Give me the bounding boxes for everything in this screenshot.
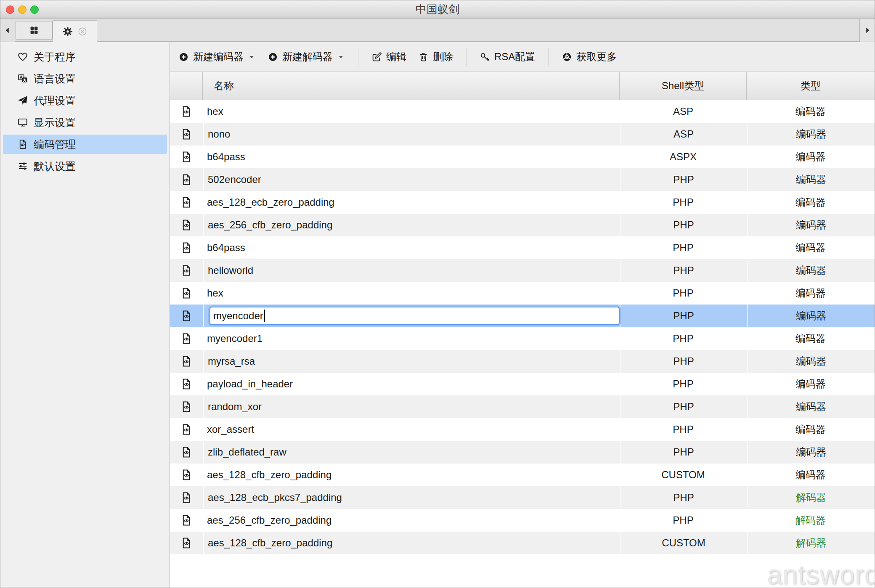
toolbar-separator [358, 48, 358, 66]
table-row-zlib_deflated_raw[interactable]: zlib_deflated_rawPHP编码器 [170, 441, 875, 464]
file-code-icon [180, 513, 193, 527]
row-name: myencoder1 [207, 333, 262, 344]
file-code-icon [180, 468, 193, 482]
rsa-config-button[interactable]: RSA配置 [480, 50, 535, 64]
row-name-cell: aes_256_cfb_zero_padding [203, 214, 620, 236]
table-row-b64pass[interactable]: b64passASPX编码器 [170, 146, 875, 168]
table-row-hex[interactable]: hexPHP编码器 [170, 282, 875, 305]
file-code-icon [180, 218, 193, 232]
row-name: nono [208, 128, 230, 140]
row-name-cell: random_xor [203, 395, 620, 418]
row-name: aes_128_ecb_zero_padding [207, 196, 334, 208]
table-row-hex[interactable]: hexASP编码器 [170, 100, 875, 123]
main-area: 关于程序语言设置代理设置显示设置编码管理默认设置 新建编码器新建解码器编辑删除R… [0, 42, 875, 588]
tab-scroll-right-button[interactable] [859, 19, 875, 42]
table-row-aes_128_cfb_zero_padding[interactable]: aes_128_cfb_zero_paddingCUSTOM解码器 [170, 532, 875, 554]
row-icon-cell [170, 305, 203, 327]
row-name-cell: payload_in_header [203, 378, 620, 390]
row-name-cell: myencoder [203, 305, 620, 327]
row-shell-type: PHP [620, 350, 747, 373]
delete-button[interactable]: 删除 [418, 50, 453, 64]
file-code-icon [180, 490, 193, 505]
row-name: 502encoder [208, 174, 261, 185]
row-shell-type: ASPX [620, 151, 747, 163]
encoding-manager-panel: 新建编码器新建解码器编辑删除RSA配置获取更多 名称 Shell类型 类型 he… [170, 42, 875, 588]
table-row-random_xor[interactable]: random_xorPHP编码器 [170, 395, 875, 418]
table-row-aes_128_ecb_pkcs7_padding[interactable]: aes_128_ecb_pkcs7_paddingPHP解码器 [170, 486, 875, 509]
table-row-myencoder1[interactable]: myencoder1PHP编码器 [170, 327, 875, 350]
row-icon-cell [170, 331, 203, 346]
sidebar-item-display[interactable]: 显示设置 [3, 113, 167, 132]
table-row-myrsa_rsa[interactable]: myrsa_rsaPHP编码器 [170, 350, 875, 373]
table-row-aes_128_ecb_zero_padding[interactable]: aes_128_ecb_zero_paddingPHP编码器 [170, 191, 875, 214]
row-name-cell: nono [203, 123, 620, 146]
row-name-cell: xor_assert [203, 424, 620, 435]
zoom-window-button[interactable] [30, 5, 39, 14]
trash-icon [418, 52, 429, 62]
file-code-icon [180, 195, 193, 209]
table-row-nono[interactable]: nonoASP编码器 [170, 123, 875, 146]
name-column-header: 名称 [203, 72, 620, 100]
sidebar-item-encoding[interactable]: 编码管理 [3, 135, 167, 154]
row-shell-type: PHP [620, 486, 747, 509]
sidebar-item-defaults[interactable]: 默认设置 [3, 156, 167, 176]
caret-down-icon [248, 53, 256, 61]
gear-icon [62, 26, 73, 37]
tab-close-button[interactable] [77, 26, 88, 37]
tab-scroll-left-button[interactable] [0, 19, 15, 42]
row-icon-cell [170, 168, 203, 191]
table-row-502encoder[interactable]: 502encoderPHP编码器 [170, 168, 875, 191]
antsword-watermark: antsword [767, 559, 875, 588]
row-name: aes_128_cfb_zero_padding [208, 537, 332, 549]
row-name: aes_256_cfb_zero_padding [207, 514, 331, 526]
row-type: 编码器 [747, 305, 875, 327]
row-name-edit-input[interactable]: myencoder [209, 307, 620, 325]
table-row-xor_assert[interactable]: xor_assertPHP编码器 [170, 418, 875, 441]
minimize-window-button[interactable] [18, 5, 27, 14]
new-decoder-button[interactable]: 新建解码器 [268, 50, 345, 64]
row-type: 编码器 [747, 259, 875, 282]
sidebar-item-label: 代理设置 [34, 94, 76, 108]
tab-home[interactable] [16, 21, 53, 40]
window-title: 中国蚁剑 [416, 2, 459, 17]
file-code-icon [17, 139, 28, 150]
row-name: random_xor [208, 401, 262, 413]
edit-input-value: myencoder [213, 310, 263, 322]
table-row-payload_in_header[interactable]: payload_in_headerPHP编码器 [170, 373, 875, 395]
table-row-myencoder[interactable]: myencoderPHP编码器 [170, 305, 875, 327]
sidebar-item-label: 关于程序 [34, 50, 76, 64]
file-code-icon [180, 104, 193, 119]
row-shell-type: PHP [620, 395, 747, 418]
row-name: aes_128_cfb_zero_padding [207, 469, 331, 481]
new-encoder-button[interactable]: 新建编码器 [178, 50, 256, 64]
plus-circle-icon [268, 52, 278, 62]
table-row-b64pass[interactable]: b64passPHP编码器 [170, 236, 875, 259]
window-controls [6, 5, 39, 14]
row-type: 编码器 [747, 196, 875, 209]
table-row-helloworld[interactable]: helloworldPHP编码器 [170, 259, 875, 282]
row-shell-type: PHP [620, 333, 747, 344]
row-name: hex [207, 287, 223, 299]
toolbar-button-label: RSA配置 [494, 50, 535, 64]
row-icon-cell [170, 150, 203, 164]
sidebar-item-proxy[interactable]: 代理设置 [3, 91, 167, 110]
tab-settings[interactable] [53, 20, 97, 42]
row-name: b64pass [207, 242, 245, 254]
sidebar-item-language[interactable]: 语言设置 [3, 69, 167, 88]
file-code-icon [180, 241, 193, 255]
table-row-aes_256_cfb_zero_padding[interactable]: aes_256_cfb_zero_paddingPHP解码器 [170, 509, 875, 532]
sidebar-item-label: 默认设置 [34, 159, 76, 173]
row-name: xor_assert [207, 424, 254, 435]
row-icon-cell [170, 241, 203, 255]
row-name-cell: aes_128_ecb_pkcs7_padding [203, 486, 620, 509]
table-row-aes_256_cfb_zero_padding[interactable]: aes_256_cfb_zero_paddingPHP编码器 [170, 214, 875, 236]
edit-button[interactable]: 编辑 [371, 50, 406, 64]
row-icon-cell [170, 286, 203, 300]
sidebar-item-about[interactable]: 关于程序 [3, 47, 167, 66]
table-row-aes_128_cfb_zero_padding[interactable]: aes_128_cfb_zero_paddingCUSTOM编码器 [170, 464, 875, 486]
row-icon-cell [170, 377, 203, 391]
sidebar-item-label: 语言设置 [34, 72, 76, 86]
close-window-button[interactable] [6, 5, 14, 14]
get-more-button[interactable]: 获取更多 [562, 50, 617, 64]
row-icon-cell [170, 195, 203, 209]
